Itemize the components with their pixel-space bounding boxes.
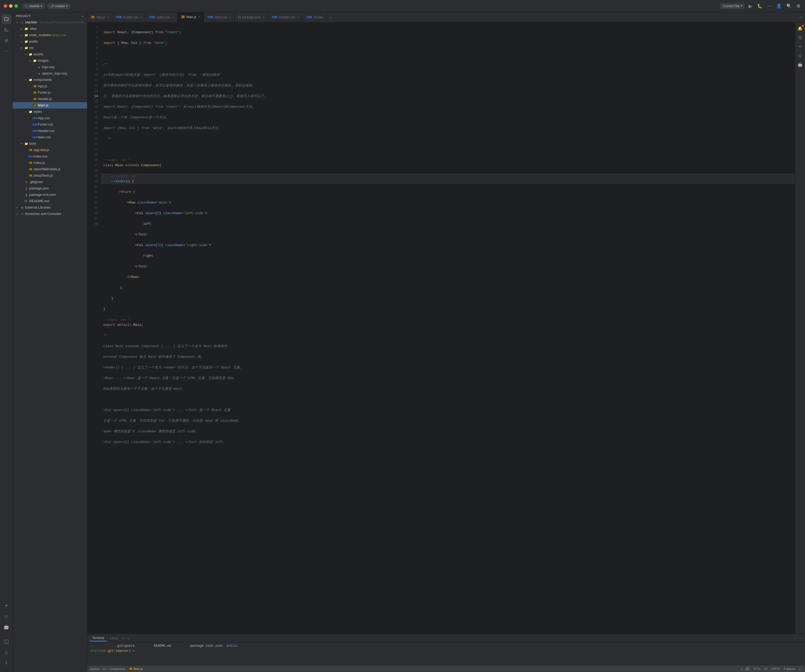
robot-icon2[interactable]: 🤖: [796, 61, 804, 69]
account-icon[interactable]: 👤: [775, 2, 783, 10]
sidebar-item-report-web-vitals[interactable]: JS reportWebVitals.js: [13, 166, 87, 172]
terminal-chevron[interactable]: ⌄: [126, 635, 131, 641]
terminal-tab[interactable]: Terminal: [89, 635, 107, 641]
more-actions-button[interactable]: ⋯: [766, 2, 772, 10]
sidebar-item-src[interactable]: 📁 src: [13, 45, 87, 51]
sidebar-item-idea[interactable]: 📁 .idea: [13, 26, 87, 32]
tab-package-json[interactable]: { } package.json ×: [235, 12, 268, 22]
notifications-icon[interactable]: 🔔: [796, 25, 804, 33]
sidebar-item-public[interactable]: 📁 public: [13, 38, 87, 45]
code-line: <Row className='main'>: [100, 200, 795, 205]
code-editor[interactable]: 1 2 3 4 5 6 7 8 9 10 11 12 13 14 15 16 1: [87, 22, 795, 634]
current-file-button[interactable]: Current File ▾: [720, 3, 745, 9]
tab-close-icon[interactable]: ×: [297, 16, 299, 19]
js-file-icon: JS: [28, 167, 33, 171]
files-icon[interactable]: [2, 14, 11, 24]
copilot-icon[interactable]: ◎: [796, 52, 804, 60]
sidebar-item-index-css[interactable]: CSS index.css: [13, 153, 87, 160]
sidebar-item-main-css[interactable]: CSS Main.css: [13, 134, 87, 141]
close-button[interactable]: [4, 4, 7, 8]
branch-selector[interactable]: ⎇ master ▾: [48, 3, 70, 9]
copilot-icon[interactable]: ◎: [2, 611, 11, 621]
more-icon[interactable]: ⋯: [2, 46, 11, 56]
sidebar-item-readme[interactable]: M↓ README.md: [13, 198, 87, 204]
sidebar-tree[interactable]: ◻ starlink ~/Desktop/Projects/SpaceX/Cod…: [13, 19, 87, 672]
sidebar-item-spacex-logo[interactable]: ◈ spacex_logo.svg: [13, 70, 87, 77]
terminal-icon[interactable]: [2, 637, 11, 646]
expand-arrow: [28, 59, 32, 63]
sidebar-item-styles[interactable]: 📁 styles: [13, 108, 87, 115]
add-terminal-button[interactable]: +: [121, 635, 125, 641]
keyboard-layout-status[interactable]: [744, 667, 751, 671]
sidebar-item-app-css[interactable]: CSS App.css: [13, 115, 87, 121]
expand-icon[interactable]: ⤢: [798, 667, 802, 671]
sidebar-item-external-libraries[interactable]: ⊞ External Libraries: [13, 204, 87, 211]
sidebar-item-footer-js[interactable]: JS Footer.js: [13, 89, 87, 96]
sidebar-item-app-test[interactable]: JS App.test.js: [13, 147, 87, 153]
tab-app-js[interactable]: JS App.js ×: [87, 12, 112, 22]
sidebar-item-package-lock[interactable]: {} package-lock.json: [13, 192, 87, 198]
git-icon[interactable]: [2, 25, 11, 34]
problems-icon[interactable]: ⚠: [2, 647, 11, 657]
sidebar-item-starlink-root[interactable]: ◻ starlink ~/Desktop/Projects/SpaceX/Cod…: [13, 19, 87, 26]
structure-icon[interactable]: ⊞: [2, 36, 11, 45]
code-line: return (: [100, 189, 795, 195]
sidebar-item-node-modules[interactable]: 📁 node_modules library root: [13, 32, 87, 38]
tab-main-js[interactable]: JS Main.js ×: [177, 12, 204, 22]
run-button[interactable]: ▶: [748, 2, 753, 10]
tab-index-css[interactable]: CSS index.css ×: [146, 12, 177, 22]
css-file-icon: CSS: [33, 116, 37, 120]
vcs-icon[interactable]: [2, 658, 11, 668]
terminal-more-button[interactable]: ⋯: [792, 635, 798, 641]
tab-overflow-button[interactable]: ⌄: [327, 15, 335, 20]
minimize-button[interactable]: [9, 4, 13, 8]
sidebar-item-index-js[interactable]: JS index.js: [13, 160, 87, 166]
indent-status[interactable]: 4 spaces: [782, 667, 796, 670]
js-file-icon: JS: [33, 97, 37, 101]
project-selector[interactable]: ◻ starlink ▾: [23, 3, 45, 9]
ai-chat-icon[interactable]: ✦: [796, 43, 804, 51]
sidebar-item-app-js[interactable]: JS App.js: [13, 83, 87, 89]
sidebar-item-images[interactable]: 📁 images: [13, 57, 87, 64]
line-separator-status[interactable]: LF: [763, 667, 769, 670]
tab-close-icon[interactable]: ×: [140, 16, 142, 19]
sidebar-item-tests[interactable]: 📁 tests: [13, 141, 87, 147]
sidebar-item-assets[interactable]: 📁 assets: [13, 51, 87, 57]
git-log-icon[interactable]: [796, 33, 804, 41]
tab-close-icon[interactable]: ×: [198, 15, 200, 19]
tab-close-icon[interactable]: ×: [107, 16, 109, 19]
encoding-status[interactable]: UTF-8: [770, 667, 781, 670]
tab-footer-css[interactable]: CSS Footer.css ×: [112, 12, 146, 22]
tab-close-icon[interactable]: ×: [171, 16, 174, 19]
sidebar-item-header-css[interactable]: CSS Header.css: [13, 128, 87, 134]
tab-header-css[interactable]: CSS Header.css ×: [268, 12, 303, 22]
sidebar-item-components[interactable]: 📁 components: [13, 77, 87, 83]
code-text[interactable]: import React, {Component} from "react"; …: [100, 22, 795, 634]
sidebar-item-logo-svg[interactable]: ◈ logo.svg: [13, 64, 87, 70]
tab-footer2[interactable]: CSS Footer.: [303, 12, 327, 22]
ai-assistant-icon[interactable]: ✦: [2, 601, 11, 610]
terminal-minimize-button[interactable]: −: [798, 635, 803, 641]
sidebar-item-header-js[interactable]: JS Header.js: [13, 96, 87, 102]
sidebar-item-scratches[interactable]: ≡ Scratches and Consoles: [13, 211, 87, 217]
debug-button[interactable]: 🐛: [756, 2, 764, 10]
tab-close-icon[interactable]: ×: [229, 16, 232, 19]
sidebar-item-setup-tests[interactable]: JS setupTests.js: [13, 172, 87, 179]
sidebar-item-main-js[interactable]: JS Main.js: [13, 102, 87, 108]
maximize-button[interactable]: [15, 4, 18, 8]
terminal-file2: README.md: [154, 644, 189, 648]
search-button[interactable]: 🔍: [785, 2, 793, 10]
robot-icon[interactable]: 🤖: [2, 622, 11, 631]
tab-close-icon[interactable]: ×: [262, 16, 265, 19]
settings-button[interactable]: ⚙: [795, 2, 801, 10]
test-file-icon: JS: [28, 148, 33, 152]
position-status[interactable]: 27:21: [752, 667, 762, 670]
tab-main-css[interactable]: CSS Main.css ×: [204, 12, 235, 22]
expand-arrow: [23, 52, 28, 56]
sidebar-item-footer-css[interactable]: CSS Footer.css: [13, 121, 87, 128]
sidebar-item-gitignore[interactable]: ⊙ .gitignore: [13, 179, 87, 185]
sidebar-item-package-json[interactable]: {} package.json: [13, 185, 87, 192]
terminal-content[interactable]: .. .gitignore README.md package-lock.jso…: [87, 642, 805, 665]
local-tab[interactable]: Local: [107, 635, 120, 641]
tree-item-label: App.test.js: [34, 148, 85, 152]
